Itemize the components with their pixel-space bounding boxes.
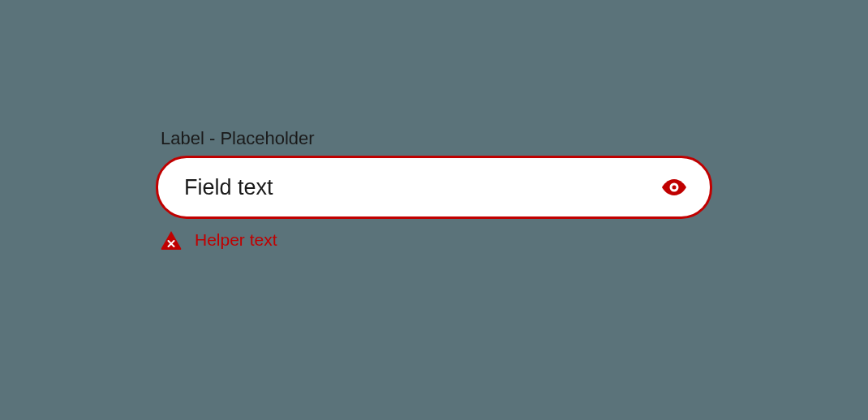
helper-row: Helper text [161,230,712,250]
eye-icon [662,179,686,195]
text-input[interactable] [184,175,653,200]
error-icon [161,230,182,250]
toggle-visibility-button[interactable] [661,174,687,200]
helper-text: Helper text [195,230,277,250]
field-label: Label - Placeholder [161,128,712,149]
input-wrapper [156,156,712,219]
svg-point-1 [672,186,677,190]
text-field-container: Label - Placeholder Helper text [156,128,712,250]
